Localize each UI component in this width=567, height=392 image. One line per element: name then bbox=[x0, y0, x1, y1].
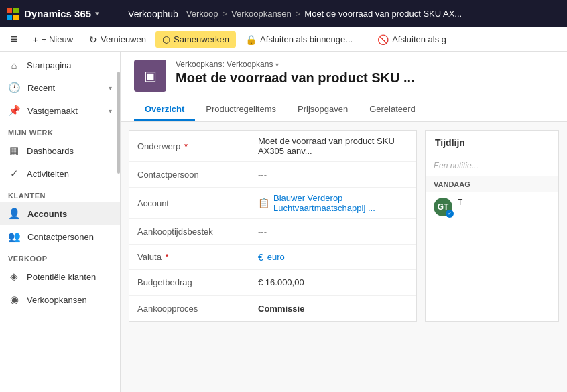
logo-area[interactable]: Dynamics 365 ▾ bbox=[0, 0, 117, 27]
sidebar-label-recent: Recent bbox=[27, 83, 102, 93]
refresh-button[interactable]: ↻ Vernieuwen bbox=[82, 31, 153, 48]
tab-overzicht-label: Overzicht bbox=[145, 104, 184, 114]
hub-label[interactable]: Verkoophub bbox=[128, 9, 178, 19]
form-row-budgetbedrag: Budgetbedrag € 16.000,00 bbox=[129, 270, 416, 296]
record-avatar-icon: ▣ bbox=[144, 68, 157, 84]
form-row-aankooptijdsbestek: Aankooptijdsbestek --- bbox=[129, 219, 416, 245]
form-row-contactpersoon: Contactpersoon --- bbox=[129, 162, 416, 188]
tab-productregelitems[interactable]: Productregelitems bbox=[195, 99, 287, 121]
record-type-row: Verkoopkans: Verkoopkans ▾ bbox=[176, 60, 554, 69]
sidebar-item-recent[interactable]: 🕐 Recent ▾ bbox=[0, 76, 120, 99]
sidebar-item-activiteiten[interactable]: ✓ Activiteiten bbox=[0, 162, 120, 185]
close2-button[interactable]: 🚫 Afsluiten als g bbox=[371, 31, 453, 48]
record-type-chevron-icon[interactable]: ▾ bbox=[275, 61, 279, 68]
field-value-aankooptijdsbestek[interactable]: --- bbox=[250, 221, 416, 242]
topbar-divider bbox=[117, 6, 117, 22]
dashboard-icon: ▦ bbox=[8, 145, 20, 157]
activities-icon: ✓ bbox=[8, 168, 20, 180]
sidebar-label-dashboards: Dashboards bbox=[27, 146, 112, 156]
field-value-onderwerp[interactable]: Moet de voorraad van product SKU AX305 a… bbox=[250, 131, 416, 161]
tab-gerelateerd[interactable]: Gerelateerd bbox=[359, 99, 426, 121]
sidebar-item-vastgemaakt[interactable]: 📌 Vastgemaakt ▾ bbox=[0, 99, 120, 122]
tab-gerelateerd-label: Gerelateerd bbox=[369, 104, 416, 114]
breadcrumb-sep2: > bbox=[296, 9, 301, 19]
sidebar-item-potentiele-klanten[interactable]: ◈ Potentiële klanten bbox=[0, 265, 120, 288]
sidebar-item-contactpersonen[interactable]: 👥 Contactpersonen bbox=[0, 225, 120, 248]
breadcrumb-part2[interactable]: Verkoopkansen bbox=[231, 9, 292, 19]
close2-icon: 🚫 bbox=[377, 34, 389, 45]
sidebar-item-accounts[interactable]: 👤 Accounts bbox=[0, 202, 120, 225]
field-label-valuta: Valuta * bbox=[129, 247, 250, 267]
field-value-contactpersoon[interactable]: --- bbox=[250, 164, 416, 185]
new-button[interactable]: + + Nieuw bbox=[26, 31, 80, 48]
close1-button[interactable]: 🔒 Afsluiten als binnenge... bbox=[239, 31, 359, 48]
field-label-onderwerp: Onderwerp * bbox=[129, 136, 250, 157]
collaborate-button-label: Samenwerken bbox=[174, 34, 229, 44]
contacts-icon: 👥 bbox=[8, 231, 21, 243]
leads-icon: ◈ bbox=[8, 271, 20, 283]
record-body: Onderwerp * Moet de voorraad van product… bbox=[121, 122, 567, 322]
tab-prijsopgaven-label: Prijsopgaven bbox=[298, 104, 348, 114]
currency-text: euro bbox=[267, 252, 285, 262]
required-indicator: * bbox=[184, 141, 188, 151]
field-value-aankoopproces[interactable]: Commissie bbox=[250, 298, 416, 319]
field-value-account[interactable]: 📋 Blauwer Verderop Luchtvaartmaatschappi… bbox=[250, 188, 416, 218]
account-link-text: Blauwer Verderop Luchtvaartmaatschappij … bbox=[273, 193, 408, 213]
sidebar-label-potentiele-klanten: Potentiële klanten bbox=[27, 272, 112, 282]
tab-overzicht[interactable]: Overzicht bbox=[134, 99, 195, 121]
breadcrumb-sep1: > bbox=[223, 9, 228, 19]
sidebar-item-dashboards[interactable]: ▦ Dashboards bbox=[0, 139, 120, 162]
timeline-avatar: GT ✓ bbox=[434, 198, 452, 216]
main-layout: ⌂ Startpagina 🕐 Recent ▾ 📌 Vastgemaakt ▾… bbox=[0, 52, 567, 392]
currency-icon: € bbox=[258, 252, 263, 263]
close1-icon: 🔒 bbox=[245, 34, 257, 45]
sidebar-label-activiteiten: Activiteiten bbox=[27, 169, 112, 179]
form-row-aankoopproces: Aankoopproces Commissie bbox=[129, 296, 416, 321]
record-avatar: ▣ bbox=[134, 60, 166, 92]
timeline-header: Tijdlijn bbox=[426, 131, 558, 155]
form-row-account: Account 📋 Blauwer Verderop Luchtvaartmaa… bbox=[129, 188, 416, 219]
breadcrumb-current: Moet de voorraad van product SKU AX... bbox=[304, 9, 462, 19]
refresh-icon: ↻ bbox=[89, 34, 97, 45]
home-icon: ⌂ bbox=[8, 60, 20, 71]
collaborate-button[interactable]: ⬡ Samenwerken bbox=[155, 31, 236, 48]
timeline-item-content: T bbox=[458, 198, 550, 207]
timeline-item: GT ✓ T bbox=[426, 192, 558, 222]
action-bar: ≡ + + Nieuw ↻ Vernieuwen ⬡ Samenwerken 🔒… bbox=[0, 27, 567, 52]
content-area: ▣ Verkoopkans: Verkoopkans ▾ Moet de voo… bbox=[121, 52, 567, 392]
new-button-label: + Nieuw bbox=[42, 34, 73, 44]
record-type-label: Verkoopkans: Verkoopkans bbox=[176, 60, 273, 69]
sidebar-scrollbar[interactable] bbox=[117, 72, 120, 174]
form-row-valuta: Valuta * € euro bbox=[129, 245, 416, 270]
timeline-panel: Tijdlijn Een notitie... VANDAAG GT ✓ T bbox=[425, 130, 559, 322]
app-title-chevron-icon[interactable]: ▾ bbox=[95, 9, 99, 18]
record-form: Onderwerp * Moet de voorraad van product… bbox=[129, 130, 417, 322]
record-header: ▣ Verkoopkans: Verkoopkans ▾ Moet de voo… bbox=[121, 52, 567, 122]
recent-chevron-icon: ▾ bbox=[109, 84, 112, 92]
action-bar-separator bbox=[365, 33, 365, 46]
field-label-contactpersoon: Contactpersoon bbox=[129, 164, 250, 185]
account-link-icon: 📋 bbox=[258, 198, 269, 208]
record-tabs: Overzicht Productregelitems Prijsopgaven… bbox=[134, 99, 554, 121]
hamburger-button[interactable]: ≡ bbox=[5, 29, 23, 49]
timeline-note-input[interactable]: Een notitie... bbox=[426, 155, 558, 176]
field-value-valuta[interactable]: € euro bbox=[250, 247, 416, 268]
recent-icon: 🕐 bbox=[8, 82, 21, 94]
timeline-section-today: VANDAAG bbox=[426, 176, 558, 192]
form-row-onderwerp: Onderwerp * Moet de voorraad van product… bbox=[129, 131, 416, 162]
field-value-budgetbedrag[interactable]: € 16.000,00 bbox=[250, 272, 416, 293]
new-icon: + bbox=[33, 34, 38, 45]
pin-icon: 📌 bbox=[8, 105, 21, 117]
tab-productregelitems-label: Productregelitems bbox=[206, 104, 276, 114]
tab-prijsopgaven[interactable]: Prijsopgaven bbox=[287, 99, 359, 121]
accounts-icon: 👤 bbox=[8, 208, 21, 220]
section-mijn-werk: Mijn werk bbox=[0, 122, 120, 139]
top-bar: Dynamics 365 ▾ Verkoophub Verkoop > Verk… bbox=[0, 0, 567, 27]
record-name: Moet de voorraad van product SKU ... bbox=[176, 70, 554, 86]
sidebar-item-startpagina[interactable]: ⌂ Startpagina bbox=[0, 54, 120, 76]
record-title-row: ▣ Verkoopkans: Verkoopkans ▾ Moet de voo… bbox=[134, 60, 554, 92]
breadcrumb-part1[interactable]: Verkoop bbox=[186, 9, 218, 19]
sidebar-item-verkoopkansen[interactable]: ◉ Verkoopkansen bbox=[0, 288, 120, 311]
section-verkoop: Verkoop bbox=[0, 248, 120, 265]
record-meta: Verkoopkans: Verkoopkans ▾ Moet de voorr… bbox=[176, 60, 554, 86]
